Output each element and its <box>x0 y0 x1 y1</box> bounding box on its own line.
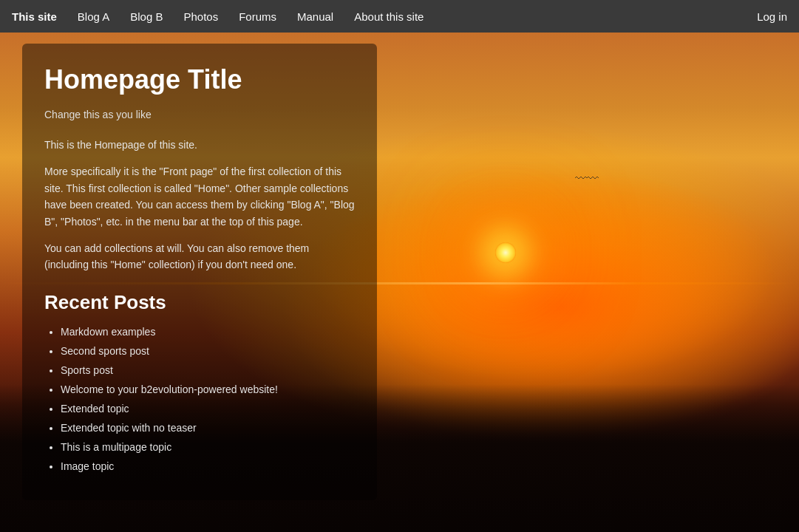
post-link-4[interactable]: Welcome to your b2evolution-powered webs… <box>61 383 278 395</box>
description-3: You can add collections at will. You can… <box>44 240 355 273</box>
post-link-1[interactable]: Markdown examples <box>61 326 155 338</box>
content-box: Homepage Title Change this as you like T… <box>22 44 377 500</box>
login-link[interactable]: Log in <box>757 10 787 23</box>
list-item: Markdown examples <box>61 324 355 340</box>
list-item: Extended topic with no teaser <box>61 420 355 436</box>
nav-blog-b[interactable]: Blog B <box>120 0 173 33</box>
main-nav: This site Blog A Blog B Photos Forums Ma… <box>0 0 799 33</box>
nav-about[interactable]: About this site <box>344 0 434 33</box>
list-item: Sports post <box>61 363 355 378</box>
nav-home[interactable]: This site <box>12 0 67 33</box>
list-item: Second sports post <box>61 344 355 359</box>
post-link-5[interactable]: Extended topic <box>61 403 129 415</box>
nav-manual[interactable]: Manual <box>287 0 344 33</box>
post-link-2[interactable]: Second sports post <box>61 345 149 357</box>
sun-graphic <box>495 242 516 263</box>
birds-silhouette: 〰〰 <box>575 172 599 185</box>
list-item: Extended topic <box>61 401 355 417</box>
list-item: Image topic <box>61 459 355 474</box>
description-2: More specifically it is the "Front page"… <box>44 163 355 230</box>
homepage-title: Homepage Title <box>44 64 355 95</box>
recent-posts-list: Markdown examples Second sports post Spo… <box>44 324 355 474</box>
post-link-8[interactable]: Image topic <box>61 460 114 472</box>
list-item: Welcome to your b2evolution-powered webs… <box>61 382 355 398</box>
nav-forums[interactable]: Forums <box>228 0 287 33</box>
post-link-6[interactable]: Extended topic with no teaser <box>61 422 197 434</box>
post-link-7[interactable]: This is a multipage topic <box>61 441 171 453</box>
homepage-subtitle: Change this as you like <box>44 109 355 120</box>
nav-items: This site Blog A Blog B Photos Forums Ma… <box>12 0 757 33</box>
recent-posts-heading: Recent Posts <box>44 291 355 314</box>
nav-photos[interactable]: Photos <box>173 0 228 33</box>
nav-blog-a[interactable]: Blog A <box>67 0 120 33</box>
hero-section: 〰〰 Homepage Title Change this as you lik… <box>0 33 799 532</box>
post-link-3[interactable]: Sports post <box>61 364 113 376</box>
description-1: This is the Homepage of this site. <box>44 137 355 153</box>
list-item: This is a multipage topic <box>61 440 355 455</box>
